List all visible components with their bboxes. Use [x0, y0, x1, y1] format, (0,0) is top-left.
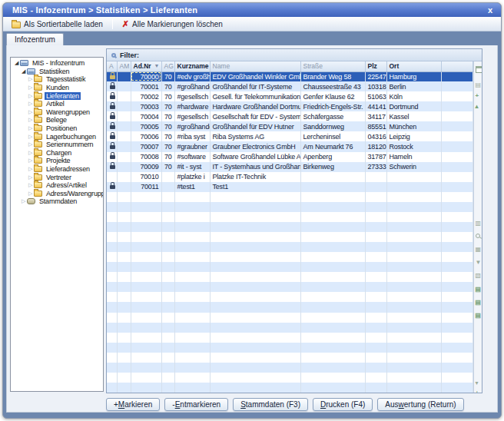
table-row-empty[interactable]	[107, 323, 472, 333]
copy-icon[interactable]: ▧	[476, 273, 482, 279]
stammdaten-button[interactable]: Stammdaten (F3)	[233, 398, 308, 411]
expand-icon[interactable]: ▷	[27, 125, 34, 131]
column-header-extra[interactable]	[441, 61, 472, 71]
tree-item-mis-infozentrum[interactable]: ◢MIS - Infozentrum	[11, 59, 103, 68]
collapse-icon[interactable]: ◢	[20, 68, 27, 75]
expand-icon[interactable]: ▷	[27, 182, 34, 188]
layout-list-2-icon[interactable]: ▤	[476, 300, 482, 306]
layout-list-3-icon[interactable]: ▤	[476, 313, 482, 319]
tree-item-adress-warengruppen[interactable]: ▷Adress/Warengruppen	[11, 190, 103, 198]
entmarkieren-button[interactable]: - Entmarkieren	[164, 398, 228, 411]
insert-icon[interactable]: +	[476, 93, 479, 99]
table-row-empty[interactable]	[107, 302, 472, 312]
table-row-empty[interactable]	[107, 252, 472, 262]
expand-icon[interactable]: ▷	[27, 134, 34, 140]
tree-item-seriennummern[interactable]: ▷Seriennummern	[11, 141, 103, 149]
tree-item-stammdaten[interactable]: ▷Stammdaten	[11, 197, 103, 206]
table-row-empty[interactable]	[107, 212, 472, 222]
table-row-70004[interactable]: 7000470#gesellschGesellschaft für EDV - …	[107, 111, 472, 121]
column-header-name[interactable]: Name	[210, 61, 300, 71]
add-icon[interactable]: +	[476, 390, 479, 393]
expand-icon[interactable]: ▷	[27, 93, 34, 99]
expand-icon[interactable]: ▷	[27, 150, 34, 156]
table-row-empty[interactable]	[107, 272, 472, 282]
tree-item-chargen[interactable]: ▷Chargen	[11, 149, 103, 157]
search-icon[interactable]	[476, 234, 480, 238]
table-row-empty[interactable]	[107, 363, 472, 373]
tree-item-lieferadressen[interactable]: ▷Lieferadressen	[11, 165, 103, 174]
table-row-empty[interactable]	[107, 242, 472, 252]
column-header-am[interactable]: AM	[117, 61, 131, 71]
markieren-button[interactable]: + Markieren	[106, 398, 160, 411]
clear-marks-button[interactable]: ✗ Alle Markierungen löschen	[118, 19, 227, 29]
column-header-plz[interactable]: Plz	[365, 61, 386, 71]
expand-icon[interactable]: ▷	[27, 157, 34, 164]
filter-icon[interactable]: ▼	[476, 260, 482, 266]
table-row-70003[interactable]: 7000370#hardwareHardware Großhandel Dort…	[107, 101, 472, 111]
table-row-empty[interactable]	[107, 383, 472, 393]
table-row-empty[interactable]	[107, 202, 472, 212]
tab-infozentrum[interactable]: Infozentrum	[6, 33, 64, 45]
expand-icon[interactable]: ▷	[27, 109, 34, 115]
tree-item-artikel[interactable]: ▷Artikel	[11, 100, 103, 108]
scroll-up-icon[interactable]: ▴	[476, 104, 479, 110]
expand-icon[interactable]: ▷	[27, 85, 34, 91]
scroll-down-icon[interactable]: ▾	[476, 380, 479, 386]
table-row-70007[interactable]: 7000770#graubnerGraubner Electronics Gmb…	[107, 141, 472, 151]
column-header-ad-nr[interactable]: Ad.Nr▼	[131, 61, 161, 71]
load-sort-table-button[interactable]: Als Sortiertabelle laden	[8, 19, 107, 29]
table-row-empty[interactable]	[107, 262, 472, 272]
column-header-ort[interactable]: Ort	[386, 61, 441, 71]
tree-item-statistiken[interactable]: ◢Statistiken	[11, 68, 103, 76]
column-chooser-icon[interactable]	[476, 66, 482, 73]
expand-icon[interactable]: ▷	[27, 141, 34, 148]
expand-icon[interactable]: ▷	[27, 174, 34, 181]
auswertung-button[interactable]: Auswertung (Return)	[377, 398, 463, 411]
expand-icon[interactable]: ▷	[20, 198, 27, 204]
table-row-70001[interactable]: 7000170#großhandeGroßhandel für IT-Syste…	[107, 81, 472, 91]
table-row-empty[interactable]	[107, 343, 472, 353]
column-header-stra-e[interactable]: Straße	[300, 61, 365, 71]
tree-item-vertreter[interactable]: ▷Vertreter	[11, 173, 103, 181]
tree-item-positionen[interactable]: ▷Positionen	[11, 124, 103, 133]
tree-item-lagerbuchungen[interactable]: ▷Lagerbuchungen	[11, 132, 103, 141]
column-header-a[interactable]: A	[107, 61, 117, 71]
expand-icon[interactable]: ▷	[27, 117, 34, 123]
table-row-empty[interactable]	[107, 353, 472, 363]
expand-icon[interactable]: ▷	[27, 76, 34, 82]
expand-icon[interactable]: ▷	[27, 101, 34, 107]
table-row-empty[interactable]	[107, 192, 472, 202]
table-row-empty[interactable]	[107, 373, 472, 383]
grid-view-icon[interactable]: ▥	[476, 220, 482, 227]
table-row-70010[interactable]: 70010#platzke iPlatzke IT-Technik	[107, 172, 472, 182]
table-row-empty[interactable]	[107, 232, 472, 242]
table-row-70000[interactable]: 7000070#edv großhEDV Großhandel Winkler …	[107, 71, 472, 81]
drucken-button[interactable]: Drucken (F4)	[313, 398, 373, 411]
tree-item-adress-artikel[interactable]: ▷Adress/Artikel	[11, 181, 103, 190]
tree-item-warengruppen[interactable]: ▷Warengruppen	[11, 108, 103, 117]
tree-item-kunden[interactable]: ▷Kunden	[11, 84, 103, 92]
column-header-kurzname[interactable]: Kurzname	[174, 61, 210, 71]
tree-item-projekte[interactable]: ▷Projekte	[11, 157, 103, 165]
collapse-icon[interactable]: ◢	[13, 60, 20, 66]
tree-item-tagesstatistik[interactable]: ▷Tagesstatistik	[11, 75, 103, 84]
tree-item-belege[interactable]: ▷Belege	[11, 116, 103, 124]
expand-icon[interactable]: ▷	[27, 166, 34, 172]
column-header-ag[interactable]: AG	[161, 61, 174, 71]
tree-item-lieferanten[interactable]: ▷Lieferanten	[11, 91, 103, 100]
layout-list-1-icon[interactable]: ▤	[476, 287, 482, 293]
table-row-empty[interactable]	[107, 292, 472, 302]
table-row-empty[interactable]	[107, 222, 472, 232]
table-row-empty[interactable]	[107, 282, 472, 292]
row-indicator-icon[interactable]: ▤	[476, 82, 482, 88]
table-row-70002[interactable]: 7000270#gesellschGesell. für Telekommuni…	[107, 91, 472, 101]
table-row-70009[interactable]: 7000970#it - systIT - Systemhaus und Gro…	[107, 162, 472, 172]
table-row-empty[interactable]	[107, 313, 472, 323]
table-row-empty[interactable]	[107, 333, 472, 343]
expand-icon[interactable]: ▷	[27, 191, 34, 197]
export-icon[interactable]: ▦	[476, 247, 482, 253]
table-row-70005[interactable]: 7000570#großhandeGroßhandel für EDV Hutn…	[107, 121, 472, 131]
close-button[interactable]: x	[486, 5, 495, 15]
filter-row[interactable]: Filter:	[107, 49, 482, 61]
table-row-70006[interactable]: 7000670#riba systRiba Systems AGLercheni…	[107, 131, 472, 141]
